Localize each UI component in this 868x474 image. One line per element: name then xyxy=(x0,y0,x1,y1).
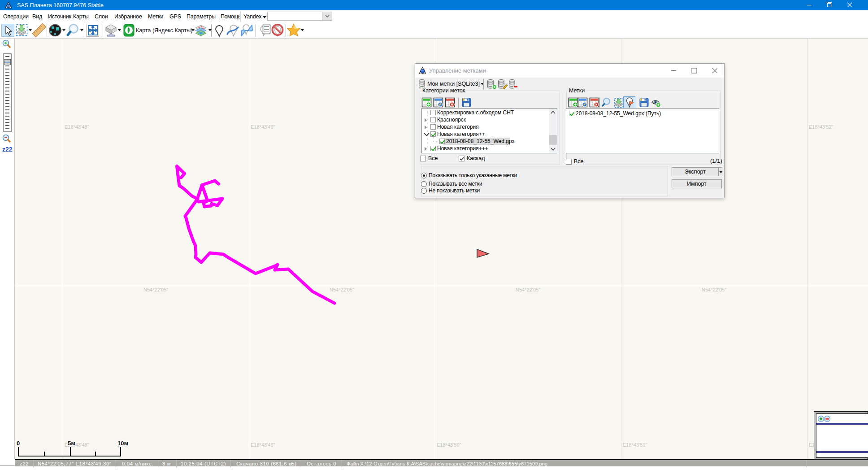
svg-text:5м: 5м xyxy=(68,440,75,447)
svg-text:z22: z22 xyxy=(2,146,13,153)
svg-text:10м: 10м xyxy=(117,440,128,447)
svg-text:Мои метки [SQLite3]: Мои метки [SQLite3] xyxy=(427,81,480,87)
svg-text:0: 0 xyxy=(17,440,20,447)
svg-text:Карта (Яндекс.Карты): Карта (Яндекс.Карты) xyxy=(136,27,192,34)
